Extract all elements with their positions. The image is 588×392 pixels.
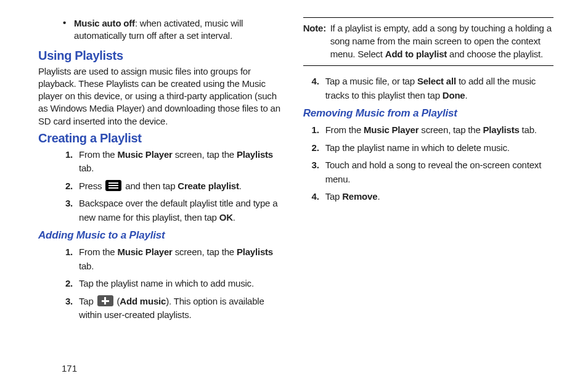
step-number: 4. [309, 190, 325, 204]
step-number: 1. [63, 245, 79, 273]
note-block: Note: If a playlist is empty, add a song… [303, 17, 553, 66]
heading-adding-music: Adding Music to a Playlist [38, 229, 286, 242]
right-column: Note: If a playlist is empty, add a song… [303, 17, 558, 326]
note-label: Note: [303, 22, 330, 60]
step-number: 1. [63, 148, 79, 176]
step-body: Backspace over the default playlist titl… [79, 197, 286, 224]
step-body: Tap (Add music). This option is availabl… [79, 295, 286, 322]
step-item: 1. From the Music Player screen, tap the… [309, 123, 553, 137]
step-body: Tap Remove. [325, 190, 553, 204]
step-number: 2. [63, 277, 79, 291]
using-playlists-para: Playlists are used to assign music files… [38, 65, 286, 128]
step-body: From the Music Player screen, tap the Pl… [79, 245, 286, 273]
step-body: From the Music Player screen, tap the Pl… [79, 148, 286, 176]
step-body: Touch and hold a song to reveal the on-s… [325, 158, 553, 186]
heading-creating-playlist: Creating a Playlist [38, 131, 286, 145]
step-item: 2. Press and then tap Create playlist. [63, 179, 286, 194]
step-number: 4. [309, 75, 325, 102]
step-body: From the Music Player screen, tap the Pl… [325, 123, 553, 137]
note-row: Note: If a playlist is empty, add a song… [303, 22, 553, 60]
step-number: 3. [309, 158, 325, 186]
bullet-music-auto-off: • Music auto off: when activated, music … [63, 17, 286, 43]
step-body: Press and then tap Create playlist. [79, 179, 286, 194]
heading-removing-music: Removing Music from a Playlist [303, 107, 553, 120]
step-item: 1. From the Music Player screen, tap the… [63, 245, 286, 273]
plus-icon [97, 295, 113, 306]
bullet-text: Music auto off: when activated, music wi… [74, 17, 286, 43]
page-number: 171 [62, 363, 77, 374]
step-body: Tap the playlist name in which to delete… [325, 141, 553, 155]
step-number: 2. [63, 179, 79, 194]
step-item: 3. Tap (Add music). This option is avail… [63, 295, 286, 322]
bullet-marker: • [63, 17, 74, 43]
step-item: 4. Tap a music file, or tap Select all t… [309, 75, 553, 102]
step-body: Tap the playlist name in which to add mu… [79, 277, 286, 291]
step-item: 3. Touch and hold a song to reveal the o… [309, 158, 553, 186]
step-item: 2. Tap the playlist name in which to add… [63, 277, 286, 291]
step-number: 3. [63, 295, 79, 322]
step-number: 3. [63, 197, 79, 224]
step-item: 3. Backspace over the default playlist t… [63, 197, 286, 224]
left-column: • Music auto off: when activated, music … [30, 17, 286, 326]
step-item: 2. Tap the playlist name in which to del… [309, 141, 553, 155]
step-number: 1. [309, 123, 325, 137]
menu-icon [105, 180, 121, 191]
bullet-bold: Music auto off [74, 18, 135, 28]
step-body: Tap a music file, or tap Select all to a… [325, 75, 553, 102]
heading-using-playlists: Using Playlists [38, 49, 286, 63]
step-item: 1. From the Music Player screen, tap the… [63, 148, 286, 176]
step-number: 2. [309, 141, 325, 155]
step-item: 4. Tap Remove. [309, 190, 553, 204]
note-text: If a playlist is empty, add a song by to… [330, 22, 553, 60]
page-columns: • Music auto off: when activated, music … [30, 17, 558, 326]
